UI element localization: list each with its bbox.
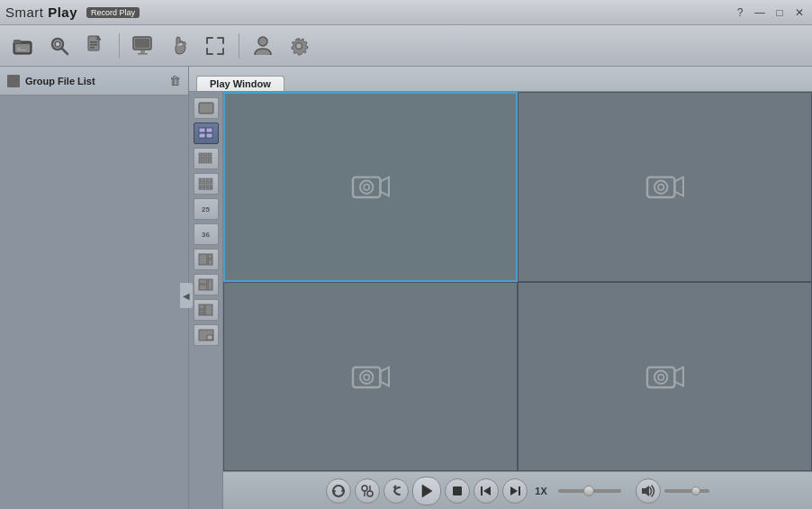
prev-frame-button[interactable] xyxy=(474,478,499,504)
settings-btn[interactable] xyxy=(283,30,315,62)
hand-btn[interactable] xyxy=(163,30,195,62)
camera-icon-3 xyxy=(349,359,392,395)
tab-bar: Play Window xyxy=(189,67,812,92)
layout-4x4-btn[interactable] xyxy=(194,173,219,195)
svg-marker-77 xyxy=(674,367,683,386)
main-area: Group File List 🗑 ◀ Play Window xyxy=(0,67,812,509)
toolbar xyxy=(0,25,812,67)
svg-point-71 xyxy=(360,370,373,383)
svg-rect-39 xyxy=(203,182,205,185)
app-title-play: Play xyxy=(48,5,77,20)
delete-group-button[interactable]: 🗑 xyxy=(169,74,181,87)
layout-25-btn[interactable]: 25 xyxy=(194,198,219,220)
progress-thumb[interactable] xyxy=(583,486,594,496)
monitor-btn[interactable] xyxy=(127,30,159,62)
volume-button[interactable] xyxy=(636,478,661,504)
svg-rect-33 xyxy=(208,160,212,163)
video-cell-3[interactable] xyxy=(223,282,518,472)
svg-rect-4 xyxy=(17,50,26,50)
layout-custom3-btn[interactable] xyxy=(194,299,219,321)
svg-rect-53 xyxy=(199,279,207,284)
stop-button[interactable] xyxy=(445,478,470,504)
user-btn[interactable] xyxy=(247,30,279,62)
svg-point-78 xyxy=(362,486,367,491)
svg-rect-38 xyxy=(199,182,202,185)
layout-1x1-btn[interactable] xyxy=(194,97,219,119)
svg-rect-31 xyxy=(199,160,203,163)
play-button[interactable] xyxy=(412,477,441,505)
camera-icon-2 xyxy=(644,168,687,205)
video-cell-1[interactable] xyxy=(223,92,518,282)
svg-point-75 xyxy=(654,370,667,383)
svg-point-72 xyxy=(364,374,369,379)
subtitle-badge: Record Play xyxy=(86,7,140,18)
svg-marker-85 xyxy=(483,486,491,495)
clip-button[interactable] xyxy=(355,478,380,504)
svg-rect-12 xyxy=(90,47,95,49)
svg-rect-49 xyxy=(210,187,212,190)
svg-rect-28 xyxy=(199,157,203,159)
svg-rect-51 xyxy=(208,254,212,259)
svg-rect-24 xyxy=(206,133,212,138)
svg-rect-23 xyxy=(199,133,205,138)
open-folder-btn[interactable] xyxy=(7,30,40,62)
layout-pip-btn[interactable] xyxy=(194,324,219,346)
video-cell-4[interactable] xyxy=(518,282,812,472)
minimize-button[interactable]: — xyxy=(753,6,767,19)
close-button[interactable]: ✕ xyxy=(792,6,807,19)
video-grid xyxy=(223,92,812,471)
svg-marker-73 xyxy=(380,367,389,386)
rewind-button[interactable] xyxy=(383,478,409,504)
layout-2x2-btn[interactable] xyxy=(194,123,219,144)
progress-slider[interactable] xyxy=(558,489,621,493)
svg-rect-46 xyxy=(199,187,202,190)
svg-point-67 xyxy=(654,181,667,194)
layout-36-btn[interactable]: 36 xyxy=(194,223,219,245)
svg-rect-40 xyxy=(206,182,209,185)
volume-slider[interactable] xyxy=(664,489,709,493)
tab-play-window[interactable]: Play Window xyxy=(196,76,284,91)
svg-rect-83 xyxy=(453,486,462,495)
svg-point-68 xyxy=(658,185,663,190)
svg-rect-20 xyxy=(199,103,213,114)
svg-rect-59 xyxy=(199,314,204,315)
restore-button[interactable]: □ xyxy=(772,6,787,19)
svg-marker-87 xyxy=(510,486,518,495)
help-button[interactable]: ? xyxy=(733,6,747,19)
svg-rect-35 xyxy=(203,178,205,181)
file-icon xyxy=(7,75,20,87)
right-panel: Play Window xyxy=(189,67,812,509)
svg-line-6 xyxy=(62,49,68,54)
search-zoom-btn[interactable] xyxy=(43,30,76,62)
document-btn[interactable] xyxy=(79,30,112,62)
svg-rect-44 xyxy=(206,185,209,187)
svg-rect-26 xyxy=(203,153,207,156)
svg-rect-61 xyxy=(207,335,212,340)
titlebar-right: ? — □ ✕ xyxy=(733,6,807,19)
resize-btn[interactable] xyxy=(199,30,231,62)
svg-point-7 xyxy=(55,41,60,47)
sync-button[interactable] xyxy=(326,478,351,504)
layout-strip: 25 36 xyxy=(189,92,223,509)
bottom-controls: 1X xyxy=(223,471,812,509)
titlebar-left: Smart Play Record Play xyxy=(5,5,140,20)
svg-rect-32 xyxy=(203,160,207,163)
sidebar-collapse-button[interactable]: ◀ xyxy=(180,283,193,308)
svg-rect-48 xyxy=(206,187,209,190)
svg-rect-3 xyxy=(17,48,21,49)
svg-point-64 xyxy=(364,185,369,190)
layout-3x3-btn[interactable] xyxy=(194,148,219,169)
svg-point-17 xyxy=(258,37,267,46)
group-file-header: Group File List 🗑 xyxy=(0,67,188,95)
svg-rect-54 xyxy=(208,279,212,290)
layout-custom2-btn[interactable] xyxy=(194,274,219,295)
svg-rect-10 xyxy=(90,41,97,43)
svg-marker-82 xyxy=(422,485,432,497)
svg-rect-11 xyxy=(90,44,97,46)
next-frame-button[interactable] xyxy=(502,478,528,504)
svg-rect-43 xyxy=(203,185,205,187)
layout-custom1-btn[interactable] xyxy=(194,249,219,270)
video-cell-2[interactable] xyxy=(518,92,812,282)
volume-thumb[interactable] xyxy=(691,486,700,495)
sidebar-content xyxy=(0,95,188,509)
